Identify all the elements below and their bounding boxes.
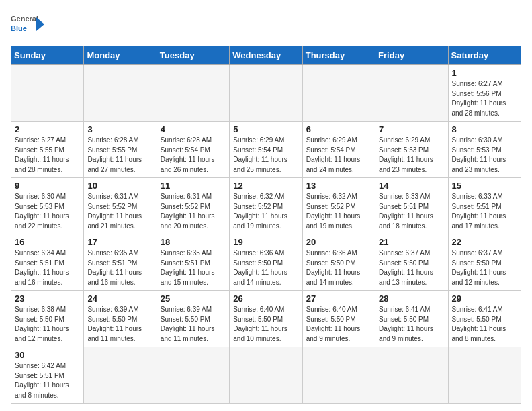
- calendar-cell: 26Sunrise: 6:40 AM Sunset: 5:50 PM Dayli…: [230, 291, 302, 347]
- day-number: 17: [87, 237, 152, 247]
- cell-info: Sunrise: 6:34 AM Sunset: 5:51 PM Dayligh…: [15, 248, 80, 287]
- day-number: 2: [15, 124, 80, 134]
- cell-info: Sunrise: 6:31 AM Sunset: 5:52 PM Dayligh…: [87, 192, 152, 231]
- cell-info: Sunrise: 6:31 AM Sunset: 5:52 PM Dayligh…: [161, 192, 226, 231]
- calendar-week-0: 1Sunrise: 6:27 AM Sunset: 5:56 PM Daylig…: [11, 65, 521, 122]
- calendar-cell: 2Sunrise: 6:27 AM Sunset: 5:55 PM Daylig…: [11, 122, 84, 178]
- calendar-cell: 27Sunrise: 6:40 AM Sunset: 5:50 PM Dayli…: [302, 291, 375, 347]
- calendar-table: SundayMondayTuesdayWednesdayThursdayFrid…: [11, 46, 521, 404]
- day-number: 11: [161, 181, 226, 191]
- calendar-cell: [375, 65, 448, 122]
- day-number: 19: [233, 237, 298, 247]
- cell-info: Sunrise: 6:28 AM Sunset: 5:55 PM Dayligh…: [87, 136, 152, 175]
- day-number: 13: [306, 181, 371, 191]
- calendar-cell: 5Sunrise: 6:29 AM Sunset: 5:54 PM Daylig…: [230, 122, 302, 178]
- cell-info: Sunrise: 6:30 AM Sunset: 5:53 PM Dayligh…: [15, 192, 80, 231]
- cell-info: Sunrise: 6:27 AM Sunset: 5:55 PM Dayligh…: [15, 136, 80, 175]
- cell-info: Sunrise: 6:33 AM Sunset: 5:51 PM Dayligh…: [379, 192, 444, 231]
- cell-info: Sunrise: 6:35 AM Sunset: 5:51 PM Dayligh…: [161, 248, 226, 287]
- day-number: 15: [452, 181, 517, 191]
- day-number: 5: [233, 124, 298, 134]
- day-number: 18: [161, 237, 226, 247]
- calendar-cell: [230, 65, 302, 122]
- day-number: 9: [15, 181, 80, 191]
- day-number: 23: [15, 293, 80, 304]
- cell-info: Sunrise: 6:36 AM Sunset: 5:50 PM Dayligh…: [233, 248, 298, 287]
- weekday-header-sunday: Sunday: [11, 46, 84, 65]
- cell-info: Sunrise: 6:29 AM Sunset: 5:54 PM Dayligh…: [233, 136, 298, 175]
- weekday-header-saturday: Saturday: [448, 46, 521, 65]
- calendar-week-3: 16Sunrise: 6:34 AM Sunset: 5:51 PM Dayli…: [11, 234, 521, 291]
- cell-info: Sunrise: 6:37 AM Sunset: 5:50 PM Dayligh…: [452, 248, 517, 287]
- cell-info: Sunrise: 6:29 AM Sunset: 5:54 PM Dayligh…: [306, 136, 371, 175]
- cell-info: Sunrise: 6:41 AM Sunset: 5:50 PM Dayligh…: [452, 305, 517, 344]
- calendar-cell: [157, 65, 229, 122]
- day-number: 27: [306, 293, 371, 304]
- calendar-cell: 15Sunrise: 6:33 AM Sunset: 5:51 PM Dayli…: [448, 178, 521, 234]
- weekday-header-friday: Friday: [375, 46, 448, 65]
- calendar-cell: 22Sunrise: 6:37 AM Sunset: 5:50 PM Dayli…: [448, 234, 521, 291]
- cell-info: Sunrise: 6:38 AM Sunset: 5:50 PM Dayligh…: [15, 305, 80, 344]
- svg-text:Blue: Blue: [11, 24, 27, 32]
- calendar-cell: 18Sunrise: 6:35 AM Sunset: 5:51 PM Dayli…: [157, 234, 229, 291]
- day-number: 30: [15, 350, 80, 360]
- generalblue-logo: General Blue: [11, 11, 46, 39]
- calendar-week-5: 30Sunrise: 6:42 AM Sunset: 5:51 PM Dayli…: [11, 347, 521, 404]
- day-number: 22: [452, 237, 517, 247]
- calendar-cell: [11, 65, 84, 122]
- cell-info: Sunrise: 6:35 AM Sunset: 5:51 PM Dayligh…: [87, 248, 152, 287]
- calendar-cell: [302, 347, 375, 404]
- day-number: 3: [87, 124, 152, 134]
- cell-info: Sunrise: 6:30 AM Sunset: 5:53 PM Dayligh…: [452, 136, 517, 175]
- calendar-cell: 7Sunrise: 6:29 AM Sunset: 5:53 PM Daylig…: [375, 122, 448, 178]
- day-number: 28: [379, 293, 444, 304]
- calendar-cell: 29Sunrise: 6:41 AM Sunset: 5:50 PM Dayli…: [448, 291, 521, 347]
- cell-info: Sunrise: 6:32 AM Sunset: 5:52 PM Dayligh…: [306, 192, 371, 231]
- calendar-cell: 30Sunrise: 6:42 AM Sunset: 5:51 PM Dayli…: [11, 347, 84, 404]
- page-header: General Blue: [11, 11, 521, 39]
- calendar-week-1: 2Sunrise: 6:27 AM Sunset: 5:55 PM Daylig…: [11, 122, 521, 178]
- calendar-cell: 10Sunrise: 6:31 AM Sunset: 5:52 PM Dayli…: [84, 178, 157, 234]
- calendar-cell: 11Sunrise: 6:31 AM Sunset: 5:52 PM Dayli…: [157, 178, 229, 234]
- day-number: 4: [161, 124, 226, 134]
- calendar-week-2: 9Sunrise: 6:30 AM Sunset: 5:53 PM Daylig…: [11, 178, 521, 234]
- day-number: 21: [379, 237, 444, 247]
- svg-text:General: General: [11, 15, 38, 23]
- day-number: 7: [379, 124, 444, 134]
- calendar-cell: 13Sunrise: 6:32 AM Sunset: 5:52 PM Dayli…: [302, 178, 375, 234]
- day-number: 1: [452, 68, 517, 78]
- day-number: 10: [87, 181, 152, 191]
- calendar-cell: 16Sunrise: 6:34 AM Sunset: 5:51 PM Dayli…: [11, 234, 84, 291]
- cell-info: Sunrise: 6:39 AM Sunset: 5:50 PM Dayligh…: [87, 305, 152, 344]
- cell-info: Sunrise: 6:32 AM Sunset: 5:52 PM Dayligh…: [233, 192, 298, 231]
- calendar-header: SundayMondayTuesdayWednesdayThursdayFrid…: [11, 46, 521, 65]
- cell-info: Sunrise: 6:36 AM Sunset: 5:50 PM Dayligh…: [306, 248, 371, 287]
- cell-info: Sunrise: 6:39 AM Sunset: 5:50 PM Dayligh…: [161, 305, 226, 344]
- cell-info: Sunrise: 6:33 AM Sunset: 5:51 PM Dayligh…: [452, 192, 517, 231]
- calendar-cell: [157, 347, 229, 404]
- cell-info: Sunrise: 6:42 AM Sunset: 5:51 PM Dayligh…: [15, 361, 80, 400]
- weekday-header-wednesday: Wednesday: [230, 46, 302, 65]
- calendar-cell: 21Sunrise: 6:37 AM Sunset: 5:50 PM Dayli…: [375, 234, 448, 291]
- day-number: 20: [306, 237, 371, 247]
- calendar-week-4: 23Sunrise: 6:38 AM Sunset: 5:50 PM Dayli…: [11, 291, 521, 347]
- day-number: 24: [87, 293, 152, 304]
- day-number: 16: [15, 237, 80, 247]
- cell-info: Sunrise: 6:37 AM Sunset: 5:50 PM Dayligh…: [379, 248, 444, 287]
- calendar-cell: 6Sunrise: 6:29 AM Sunset: 5:54 PM Daylig…: [302, 122, 375, 178]
- day-number: 25: [161, 293, 226, 304]
- calendar-cell: [84, 65, 157, 122]
- calendar-cell: 8Sunrise: 6:30 AM Sunset: 5:53 PM Daylig…: [448, 122, 521, 178]
- calendar-cell: 17Sunrise: 6:35 AM Sunset: 5:51 PM Dayli…: [84, 234, 157, 291]
- cell-info: Sunrise: 6:40 AM Sunset: 5:50 PM Dayligh…: [306, 305, 371, 344]
- calendar-cell: 9Sunrise: 6:30 AM Sunset: 5:53 PM Daylig…: [11, 178, 84, 234]
- cell-info: Sunrise: 6:28 AM Sunset: 5:54 PM Dayligh…: [161, 136, 226, 175]
- calendar-cell: 14Sunrise: 6:33 AM Sunset: 5:51 PM Dayli…: [375, 178, 448, 234]
- calendar-cell: [84, 347, 157, 404]
- day-number: 14: [379, 181, 444, 191]
- logo: General Blue: [11, 11, 46, 39]
- calendar-cell: 23Sunrise: 6:38 AM Sunset: 5:50 PM Dayli…: [11, 291, 84, 347]
- calendar-cell: 12Sunrise: 6:32 AM Sunset: 5:52 PM Dayli…: [230, 178, 302, 234]
- calendar-cell: 3Sunrise: 6:28 AM Sunset: 5:55 PM Daylig…: [84, 122, 157, 178]
- calendar-cell: 1Sunrise: 6:27 AM Sunset: 5:56 PM Daylig…: [448, 65, 521, 122]
